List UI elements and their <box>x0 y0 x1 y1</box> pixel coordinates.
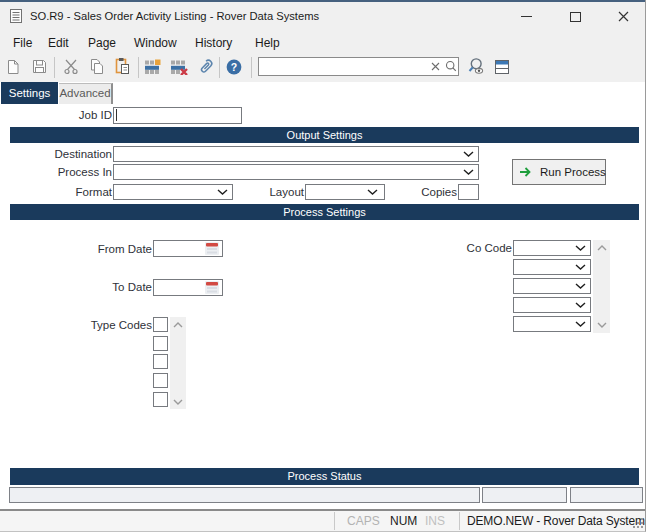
svg-text:?: ? <box>231 61 237 73</box>
